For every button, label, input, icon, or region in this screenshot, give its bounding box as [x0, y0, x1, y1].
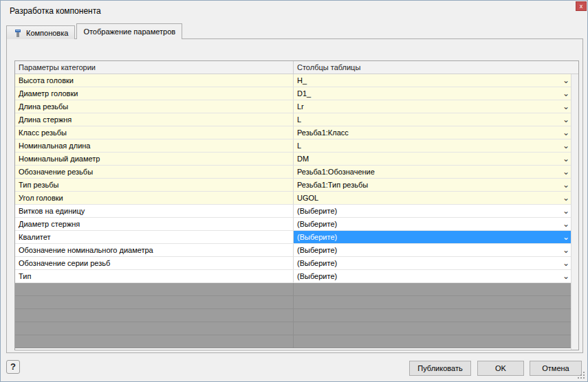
param-cell[interactable]: Тип [15, 270, 294, 283]
value-dropdown[interactable]: H_⌄ [294, 74, 571, 87]
chevron-down-icon[interactable]: ⌄ [563, 179, 569, 190]
tabstrip: Компоновка Отображение параметров [6, 23, 184, 39]
empty-value-cell [294, 283, 571, 296]
empty-row [15, 335, 571, 348]
value-dropdown[interactable]: (Выберите)⌄ [294, 257, 571, 270]
empty-row [15, 283, 571, 296]
value-text: (Выберите) [297, 246, 337, 254]
empty-value-cell [294, 322, 571, 335]
ok-button[interactable]: OK [477, 361, 524, 376]
table-row[interactable]: Диаметр головкиD1_⌄ [15, 87, 571, 100]
cancel-button[interactable]: Отмена [530, 361, 582, 376]
value-text: L [297, 142, 301, 150]
param-cell[interactable]: Витков на единицу [15, 205, 294, 218]
value-dropdown[interactable]: (Выберите)⌄ [294, 205, 571, 218]
tab-parameter-mapping[interactable]: Отображение параметров [76, 23, 182, 39]
chevron-down-icon[interactable]: ⌄ [563, 245, 569, 256]
column-header-table-columns: Столбцы таблицы [294, 61, 578, 74]
value-dropdown[interactable]: UGOL⌄ [294, 192, 571, 205]
empty-param-cell [15, 296, 294, 309]
value-dropdown[interactable]: Резьба1:Класс⌄ [294, 126, 571, 139]
value-dropdown[interactable]: (Выберите)⌄ [294, 231, 571, 244]
table-row[interactable]: Угол головкиUGOL⌄ [15, 192, 571, 205]
value-text: Резьба1:Класс [297, 128, 349, 137]
value-dropdown[interactable]: Резьба1:Обозначение⌄ [294, 166, 571, 179]
publish-button[interactable]: Публиковать [409, 361, 471, 376]
resize-grip[interactable] [577, 371, 585, 379]
table-row[interactable]: Обозначение резьбыРезьба1:Обозначение⌄ [15, 166, 571, 179]
value-dropdown[interactable]: Резьба1:Тип резьбы⌄ [294, 179, 571, 192]
value-text: Резьба1:Тип резьбы [297, 181, 368, 189]
table-row[interactable]: Тип резьбыРезьба1:Тип резьбы⌄ [15, 179, 571, 192]
empty-param-cell [15, 322, 294, 335]
value-dropdown[interactable]: DM⌄ [294, 153, 571, 166]
titlebar: Разработка компонента x [1, 1, 587, 21]
chevron-down-icon[interactable]: ⌄ [563, 205, 569, 216]
help-button[interactable]: ? [6, 360, 20, 374]
chevron-down-icon[interactable]: ⌄ [563, 140, 569, 151]
value-dropdown[interactable]: (Выберите)⌄ [294, 270, 571, 283]
table-row[interactable]: Класс резьбыРезьба1:Класс⌄ [15, 126, 571, 139]
value-text: (Выберите) [297, 207, 337, 215]
param-cell[interactable]: Номинальный диаметр [15, 153, 294, 166]
param-cell[interactable]: Номинальная длина [15, 139, 294, 153]
value-text: Lr [297, 102, 304, 111]
table-row[interactable]: Высота головкиH_⌄ [15, 74, 571, 87]
empty-value-cell [294, 296, 571, 309]
chevron-down-icon[interactable]: ⌄ [563, 153, 569, 164]
value-text: (Выберите) [297, 233, 337, 241]
param-cell[interactable]: Длина стержня [15, 113, 294, 126]
value-text: UGOL [297, 194, 318, 202]
chevron-down-icon[interactable]: ⌄ [563, 114, 569, 125]
tab-page-panel: Параметры категории Столбцы таблицы Высо… [6, 38, 583, 353]
empty-value-cell [294, 335, 571, 348]
chevron-down-icon[interactable]: ⌄ [563, 218, 569, 229]
table-row[interactable]: Витков на единицу(Выберите)⌄ [15, 205, 571, 218]
value-text: D1_ [297, 89, 311, 98]
param-cell[interactable]: Обозначение серии резьб [15, 257, 294, 270]
chevron-down-icon[interactable]: ⌄ [563, 88, 569, 99]
param-cell[interactable]: Тип резьбы [15, 179, 294, 192]
value-dropdown[interactable]: L⌄ [294, 139, 571, 153]
tab-parameter-mapping-label: Отображение параметров [83, 27, 175, 36]
param-cell[interactable]: Обозначение номинального диаметра [15, 244, 294, 257]
table-row[interactable]: Обозначение серии резьб(Выберите)⌄ [15, 257, 571, 270]
param-cell[interactable]: Класс резьбы [15, 126, 294, 139]
value-dropdown[interactable]: Lr⌄ [294, 100, 571, 113]
chevron-down-icon[interactable]: ⌄ [563, 232, 569, 243]
table-scrollbar-track[interactable] [571, 74, 578, 350]
table-row[interactable]: Тип(Выберите)⌄ [15, 270, 571, 283]
table-row[interactable]: Номинальный диаметрDM⌄ [15, 153, 571, 166]
table-row[interactable]: Квалитет(Выберите)⌄ [15, 231, 571, 244]
table-row[interactable]: Длина стержняL⌄ [15, 113, 571, 126]
param-cell[interactable]: Квалитет [15, 231, 294, 244]
value-text: L [297, 115, 301, 124]
table-row[interactable]: Диаметр стержня(Выберите)⌄ [15, 218, 571, 231]
param-cell[interactable]: Высота головки [15, 74, 294, 87]
value-dropdown[interactable]: D1_⌄ [294, 87, 571, 100]
value-dropdown[interactable]: (Выберите)⌄ [294, 218, 571, 231]
empty-param-cell [15, 309, 294, 322]
tab-komponovka[interactable]: Компоновка [6, 25, 75, 39]
chevron-down-icon[interactable]: ⌄ [563, 101, 569, 112]
table-row[interactable]: Длина резьбыLr⌄ [15, 100, 571, 113]
param-cell[interactable]: Длина резьбы [15, 100, 294, 113]
table-row[interactable]: Номинальная длинаL⌄ [15, 139, 571, 153]
value-dropdown[interactable]: L⌄ [294, 113, 571, 126]
chevron-down-icon[interactable]: ⌄ [563, 192, 569, 203]
close-button[interactable]: x [576, 1, 587, 11]
chevron-down-icon[interactable]: ⌄ [563, 166, 569, 177]
chevron-down-icon[interactable]: ⌄ [563, 258, 569, 269]
chevron-down-icon[interactable]: ⌄ [563, 75, 569, 86]
tab-komponovka-label: Компоновка [26, 29, 68, 37]
param-cell[interactable]: Диаметр стержня [15, 218, 294, 231]
value-dropdown[interactable]: (Выберите)⌄ [294, 244, 571, 257]
table-row[interactable]: Обозначение номинального диаметра(Выбери… [15, 244, 571, 257]
chevron-down-icon[interactable]: ⌄ [563, 271, 569, 282]
param-cell[interactable]: Угол головки [15, 192, 294, 205]
empty-value-cell [294, 309, 571, 322]
param-cell[interactable]: Диаметр головки [15, 87, 294, 100]
chevron-down-icon[interactable]: ⌄ [563, 127, 569, 138]
parameter-mapping-table: Параметры категории Столбцы таблицы Высо… [14, 60, 579, 350]
param-cell[interactable]: Обозначение резьбы [15, 166, 294, 179]
